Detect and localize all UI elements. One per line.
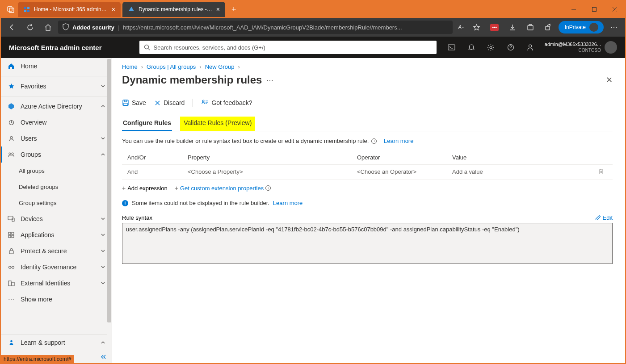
nav-aad[interactable]: Azure Active Directory [1, 98, 112, 114]
svg-point-20 [9, 153, 11, 155]
m365-favicon-icon [23, 6, 30, 13]
nav-protect[interactable]: Protect & secure [1, 243, 112, 259]
user-avatar-icon [605, 41, 617, 54]
cloud-shell-icon[interactable] [443, 37, 461, 58]
svg-rect-1 [9, 8, 14, 13]
learn-more-link[interactable]: Learn more [273, 200, 302, 206]
window-minimize-icon[interactable] [563, 1, 584, 18]
delete-row-button[interactable] [595, 168, 607, 176]
favorite-icon[interactable] [469, 20, 484, 35]
discard-button[interactable]: Discard [154, 99, 185, 106]
more-menu-icon[interactable]: ⋯ [606, 20, 622, 35]
edit-syntax-button[interactable]: Edit [595, 214, 613, 221]
nav-group-settings[interactable]: Group settings [1, 195, 112, 211]
nav-all-groups[interactable]: All groups [1, 163, 112, 179]
new-tab-button[interactable]: + [227, 5, 241, 14]
collections-icon[interactable] [523, 20, 538, 35]
command-bar: Save Discard Got feedback? [122, 99, 613, 107]
nav-overview[interactable]: Overview [1, 114, 112, 130]
breadcrumb-new-group[interactable]: New Group [205, 63, 235, 70]
svg-point-19 [10, 136, 13, 138]
settings-icon[interactable] [482, 37, 500, 58]
get-custom-extension-button[interactable]: + Get custom extension properties i [175, 184, 271, 192]
sidebar-scrollbar[interactable] [107, 58, 112, 363]
notifications-icon[interactable] [462, 37, 480, 58]
tab-validate-rules[interactable]: Validate Rules (Preview) [180, 117, 255, 131]
browser-tab-inactive[interactable]: Home - Microsoft 365 admin cen × [18, 2, 121, 17]
col-value: Value [452, 154, 595, 161]
nav-applications[interactable]: Applications [1, 227, 112, 243]
tab-actions-icon[interactable] [4, 2, 18, 17]
nav-identity-governance[interactable]: Identity Governance [1, 259, 112, 275]
breadcrumb-groups[interactable]: Groups | All groups [147, 63, 196, 70]
nav-back-icon[interactable] [4, 20, 20, 35]
tab-label: Dynamic membership rules - Mic [139, 6, 213, 13]
nav-groups[interactable]: Groups [1, 146, 112, 163]
help-icon[interactable] [502, 37, 520, 58]
rule-builder-table: And/Or Property Operator Value And <Choo… [122, 151, 613, 180]
user-menu[interactable]: admin@M365x5333326... CONTOSO [545, 41, 617, 54]
star-icon [7, 83, 15, 90]
user-name: admin@M365x5333326... [545, 42, 601, 47]
tab-label: Home - Microsoft 365 admin cen [34, 6, 108, 13]
devices-icon [7, 216, 15, 222]
nav-show-more[interactable]: ⋯ Show more [1, 291, 112, 307]
rule-syntax-textbox[interactable]: user.assignedPlans -any (assignedPlan.se… [122, 223, 613, 264]
nav-label: Home [21, 63, 37, 70]
nav-devices[interactable]: Devices [1, 211, 112, 227]
svg-rect-26 [8, 235, 11, 238]
tab-configure-rules[interactable]: Configure Rules [122, 117, 172, 131]
learn-more-link[interactable]: Learn more [384, 138, 413, 144]
nav-refresh-icon[interactable] [22, 20, 38, 35]
nav-learn-support[interactable]: Learn & support [1, 335, 112, 351]
svg-rect-27 [12, 235, 14, 238]
info-icon[interactable]: i [265, 185, 271, 191]
discard-icon [154, 100, 161, 106]
feedback-icon[interactable] [521, 37, 539, 58]
close-blade-button[interactable]: ✕ [606, 75, 613, 85]
breadcrumb-home[interactable]: Home [122, 63, 138, 70]
window-close-icon[interactable] [605, 1, 625, 18]
property-select[interactable]: <Choose a Property> [188, 168, 357, 176]
feedback-button[interactable]: Got feedback? [201, 99, 252, 106]
info-icon[interactable]: i [371, 138, 377, 144]
browser-tab-active[interactable]: Dynamic membership rules - Mic × [122, 2, 225, 17]
save-button[interactable]: Save [122, 99, 146, 106]
nav-label: Azure Active Directory [21, 103, 82, 110]
global-search-input[interactable]: Search resources, services, and docs (G+… [139, 41, 437, 54]
tenant-name: CONTOSO [545, 48, 601, 53]
nav-favorites[interactable]: Favorites [1, 78, 112, 94]
col-operator: Operator [357, 154, 452, 161]
nav-home[interactable]: Home [1, 58, 112, 74]
extension-badge[interactable]: ••• [487, 20, 502, 35]
nav-external-identities[interactable]: External Identities [1, 275, 112, 291]
inprivate-indicator[interactable]: InPrivate [559, 21, 604, 33]
svg-point-17 [529, 45, 532, 47]
window-maximize-icon[interactable] [584, 1, 605, 18]
value-input[interactable]: Add a value [452, 168, 595, 176]
col-and-or: And/Or [127, 154, 188, 161]
nav-deleted-groups[interactable]: Deleted groups [1, 179, 112, 195]
operator-select[interactable]: <Choose an Operator> [357, 168, 452, 176]
chevron-up-icon [101, 103, 105, 110]
edit-label: Edit [603, 214, 613, 221]
page-context-menu-icon[interactable]: ⋯ [266, 76, 273, 84]
nav-users[interactable]: Users [1, 130, 112, 146]
add-expression-button[interactable]: + Add expression [122, 184, 168, 192]
search-placeholder: Search resources, services, and docs (G+… [154, 44, 265, 51]
lock-icon [7, 248, 15, 255]
and-or-select[interactable]: And [127, 168, 188, 176]
read-aloud-icon[interactable]: A» [455, 20, 466, 35]
shield-icon [63, 23, 69, 32]
downloads-icon[interactable] [505, 20, 520, 35]
profile-avatar-icon [589, 23, 598, 32]
nav-home-icon[interactable] [40, 20, 55, 35]
close-icon[interactable]: × [216, 6, 220, 13]
svg-point-29 [8, 266, 11, 268]
close-icon[interactable]: × [112, 6, 115, 13]
svg-rect-28 [9, 251, 13, 254]
nav-label: Groups [21, 151, 41, 158]
nav-label: Overview [21, 119, 46, 126]
url-input[interactable]: Added security | https://entra.microsoft… [58, 21, 453, 34]
share-icon[interactable] [541, 20, 556, 35]
